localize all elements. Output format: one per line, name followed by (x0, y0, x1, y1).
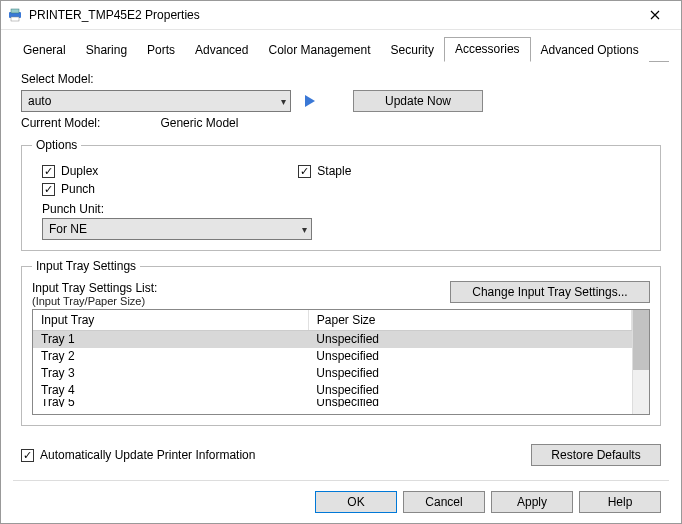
punch-checkbox[interactable]: ✓ Punch (42, 182, 95, 196)
titlebar: PRINTER_TMP45E2 Properties (1, 1, 681, 30)
svg-rect-1 (11, 9, 19, 13)
svg-rect-2 (11, 17, 19, 21)
options-group: Options ✓ Duplex ✓ Staple ✓ Punch Punch … (21, 138, 661, 251)
ok-button[interactable]: OK (315, 491, 397, 513)
options-legend: Options (32, 138, 81, 152)
staple-checkbox[interactable]: ✓ Staple (298, 164, 351, 178)
tab-sharing[interactable]: Sharing (76, 39, 137, 62)
client-area: General Sharing Ports Advanced Color Man… (1, 30, 681, 523)
printer-icon (7, 7, 23, 23)
col-input-tray[interactable]: Input Tray (33, 310, 308, 331)
apply-button[interactable]: Apply (491, 491, 573, 513)
tab-general[interactable]: General (13, 39, 76, 62)
punch-unit-value: For NE (49, 222, 87, 236)
window-title: PRINTER_TMP45E2 Properties (29, 8, 635, 22)
staple-label: Staple (317, 164, 351, 178)
table-row[interactable]: Tray 5 Unspecified (33, 399, 632, 407)
checkmark-icon: ✓ (298, 165, 311, 178)
auto-update-checkbox[interactable]: ✓ Automatically Update Printer Informati… (21, 448, 255, 462)
select-model-value: auto (28, 94, 51, 108)
chevron-down-icon: ▾ (302, 224, 307, 235)
punch-label: Punch (61, 182, 95, 196)
select-model-controls: auto ▾ Update Now (21, 90, 661, 112)
auto-update-label: Automatically Update Printer Information (40, 448, 255, 462)
select-model-combo[interactable]: auto ▾ (21, 90, 291, 112)
detect-play-icon[interactable] (305, 95, 315, 107)
table-row[interactable]: Tray 4 Unspecified (33, 382, 632, 399)
select-model-label: Select Model: (21, 72, 661, 86)
input-tray-list-label: Input Tray Settings List: (32, 281, 157, 295)
scrollbar[interactable] (632, 310, 649, 414)
tab-color-management[interactable]: Color Management (258, 39, 380, 62)
input-tray-table[interactable]: Input Tray Paper Size Tray 1 Unspecified… (33, 310, 632, 407)
tab-ports[interactable]: Ports (137, 39, 185, 62)
input-tray-group: Input Tray Settings Input Tray Settings … (21, 259, 661, 426)
input-tray-legend: Input Tray Settings (32, 259, 140, 273)
tab-accessories[interactable]: Accessories (444, 37, 531, 62)
col-paper-size[interactable]: Paper Size (308, 310, 631, 331)
current-model-label: Current Model: (21, 116, 100, 130)
duplex-label: Duplex (61, 164, 98, 178)
input-tray-list-sub: (Input Tray/Paper Size) (32, 295, 157, 307)
scrollbar-thumb[interactable] (633, 310, 649, 370)
footer-row: ✓ Automatically Update Printer Informati… (21, 444, 661, 466)
tab-advanced-options[interactable]: Advanced Options (531, 39, 649, 62)
table-row[interactable]: Tray 3 Unspecified (33, 365, 632, 382)
tab-strip: General Sharing Ports Advanced Color Man… (13, 36, 669, 62)
close-button[interactable] (635, 1, 675, 29)
tab-advanced[interactable]: Advanced (185, 39, 258, 62)
checkmark-icon: ✓ (21, 449, 34, 462)
tab-security[interactable]: Security (381, 39, 444, 62)
punch-unit-label: Punch Unit: (42, 202, 650, 216)
help-button[interactable]: Help (579, 491, 661, 513)
checkmark-icon: ✓ (42, 165, 55, 178)
punch-unit-combo[interactable]: For NE ▾ (42, 218, 312, 240)
checkmark-icon: ✓ (42, 183, 55, 196)
select-model-row: Select Model: (21, 72, 661, 86)
dialog-buttons: OK Cancel Apply Help (13, 480, 669, 513)
table-row[interactable]: Tray 1 Unspecified (33, 331, 632, 348)
duplex-checkbox[interactable]: ✓ Duplex (42, 164, 98, 178)
current-model-value: Generic Model (160, 116, 238, 130)
cancel-button[interactable]: Cancel (403, 491, 485, 513)
chevron-down-icon: ▾ (281, 96, 286, 107)
change-input-tray-button[interactable]: Change Input Tray Settings... (450, 281, 650, 303)
input-tray-table-wrap: Input Tray Paper Size Tray 1 Unspecified… (32, 309, 650, 415)
table-row[interactable]: Tray 2 Unspecified (33, 348, 632, 365)
update-now-button[interactable]: Update Now (353, 90, 483, 112)
properties-window: PRINTER_TMP45E2 Properties General Shari… (0, 0, 682, 524)
restore-defaults-button[interactable]: Restore Defaults (531, 444, 661, 466)
current-model-row: Current Model: Generic Model (21, 116, 661, 130)
